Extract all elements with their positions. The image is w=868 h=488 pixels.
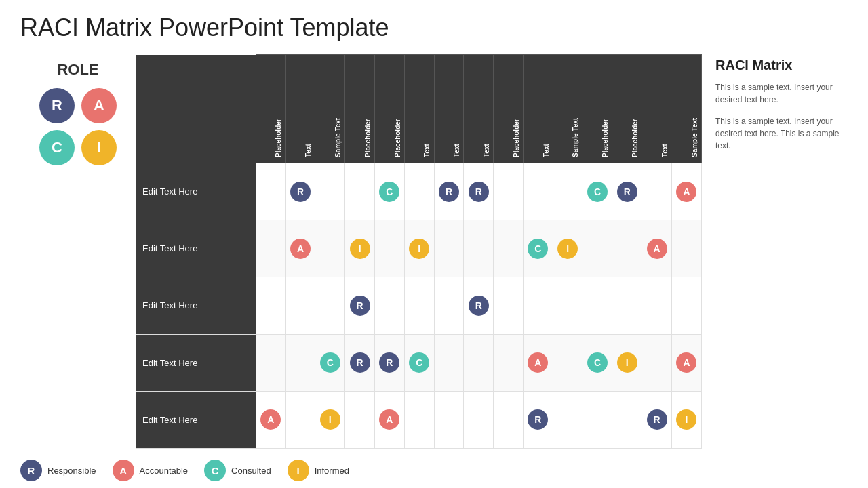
cell-1-14 — [671, 220, 701, 277]
cell-2-6 — [434, 277, 464, 334]
matrix-wrapper: ROLE R A C I PlaceholderTextSample TextP… — [20, 54, 702, 449]
cell-1-4 — [375, 220, 405, 277]
cell-3-11: C — [583, 334, 612, 391]
cell-0-4: C — [375, 163, 405, 220]
cell-4-3 — [345, 391, 375, 448]
cell-2-4 — [375, 277, 405, 334]
left-matrix: ROLE R A C I PlaceholderTextSample TextP… — [20, 54, 702, 481]
cell-4-6 — [434, 391, 464, 448]
col-header-6: Text — [434, 55, 464, 163]
cell-3-12: I — [612, 334, 642, 391]
cell-badge-A: A — [528, 352, 548, 373]
cell-0-10 — [553, 163, 583, 220]
cell-4-14: I — [671, 391, 701, 448]
matrix-container: PlaceholderTextSample TextPlaceholderPla… — [136, 54, 702, 449]
cell-4-4: A — [375, 391, 405, 448]
cell-1-8 — [494, 220, 524, 277]
cell-badge-R: R — [528, 409, 548, 430]
cell-4-11 — [583, 391, 612, 448]
cell-2-8 — [494, 277, 524, 334]
cell-4-9: R — [524, 391, 553, 448]
cell-0-8 — [494, 163, 524, 220]
right-panel: RACI Matrix This is a sample text. Inser… — [715, 54, 848, 481]
legend-label-a: Accountable — [140, 466, 189, 476]
cell-4-0: A — [256, 391, 285, 448]
matrix-table: PlaceholderTextSample TextPlaceholderPla… — [136, 54, 702, 449]
col-header-7: Text — [464, 55, 494, 163]
cell-1-13: A — [642, 220, 672, 277]
cell-0-11: C — [583, 163, 612, 220]
cell-2-14 — [671, 277, 701, 334]
row-label-3[interactable]: Edit Text Here — [136, 334, 256, 391]
col-header-3: Placeholder — [345, 55, 375, 163]
cell-2-1 — [285, 277, 315, 334]
cell-3-3: R — [345, 334, 375, 391]
col-header-1: Text — [285, 55, 315, 163]
cell-badge-R: R — [647, 409, 667, 430]
cell-4-10 — [553, 391, 583, 448]
cell-badge-A: A — [379, 409, 399, 430]
cell-0-12: R — [612, 163, 642, 220]
page: RACI Matrix PowerPoint Template ROLE R A… — [0, 0, 868, 488]
col-header-10: Sample Text — [553, 55, 583, 163]
col-header-5: Text — [404, 55, 434, 163]
col-header-12: Placeholder — [612, 55, 642, 163]
cell-2-3: R — [345, 277, 375, 334]
cell-1-2 — [315, 220, 345, 277]
cell-badge-R: R — [439, 182, 459, 202]
row-label-4[interactable]: Edit Text Here — [136, 391, 256, 448]
cell-badge-I: I — [350, 239, 370, 259]
cell-4-13: R — [642, 391, 672, 448]
cell-badge-C: C — [587, 352, 608, 373]
cell-0-1: R — [285, 163, 315, 220]
cell-badge-R: R — [617, 182, 637, 202]
col-header-4: Placeholder — [375, 55, 405, 163]
cell-badge-I: I — [557, 239, 578, 259]
col-header-14: Sample Text — [671, 55, 701, 163]
legend-circle-i: I — [288, 460, 309, 481]
cell-0-3 — [345, 163, 375, 220]
table-row: Edit Text HereRCRRCRA — [136, 163, 702, 220]
cell-3-10 — [553, 334, 583, 391]
cell-2-9 — [524, 277, 553, 334]
cell-badge-C: C — [528, 239, 548, 259]
cell-badge-I: I — [320, 409, 340, 430]
cell-2-0 — [256, 277, 285, 334]
legend-label-i: Informed — [315, 466, 349, 476]
row-label-2[interactable]: Edit Text Here — [136, 277, 256, 334]
cell-0-0 — [256, 163, 285, 220]
cell-3-13 — [642, 334, 672, 391]
cell-3-7 — [464, 334, 494, 391]
cell-1-10: I — [553, 220, 583, 277]
cell-badge-C: C — [379, 182, 399, 202]
cell-badge-R: R — [469, 182, 489, 202]
cell-0-9 — [524, 163, 553, 220]
cell-2-10 — [553, 277, 583, 334]
col-header-13: Text — [642, 55, 672, 163]
cell-1-9: C — [524, 220, 553, 277]
cell-badge-R: R — [379, 352, 399, 373]
legend-circle-r: R — [20, 460, 42, 481]
role-i-circle: I — [81, 130, 117, 165]
legend-item-r: RResponsible — [20, 460, 96, 481]
cell-badge-A: A — [260, 409, 281, 430]
row-label-1[interactable]: Edit Text Here — [136, 220, 256, 277]
cell-3-4: R — [375, 334, 405, 391]
cell-1-0 — [256, 220, 285, 277]
cell-badge-R: R — [290, 182, 311, 202]
cell-badge-A: A — [647, 239, 667, 259]
legend-circle-a: A — [113, 460, 134, 481]
cell-badge-A: A — [676, 352, 696, 373]
col-header-9: Text — [524, 55, 553, 163]
cell-1-12 — [612, 220, 642, 277]
cell-2-7: R — [464, 277, 494, 334]
role-header: ROLE R A C I — [20, 54, 136, 449]
row-label-0[interactable]: Edit Text Here — [136, 163, 256, 220]
cell-3-0 — [256, 334, 285, 391]
cell-badge-I: I — [617, 352, 637, 373]
legend-item-i: IInformed — [288, 460, 349, 481]
role-a-circle: A — [81, 88, 117, 123]
cell-badge-A: A — [290, 239, 311, 259]
col-header-11: Placeholder — [583, 55, 612, 163]
cell-badge-C: C — [409, 352, 429, 373]
